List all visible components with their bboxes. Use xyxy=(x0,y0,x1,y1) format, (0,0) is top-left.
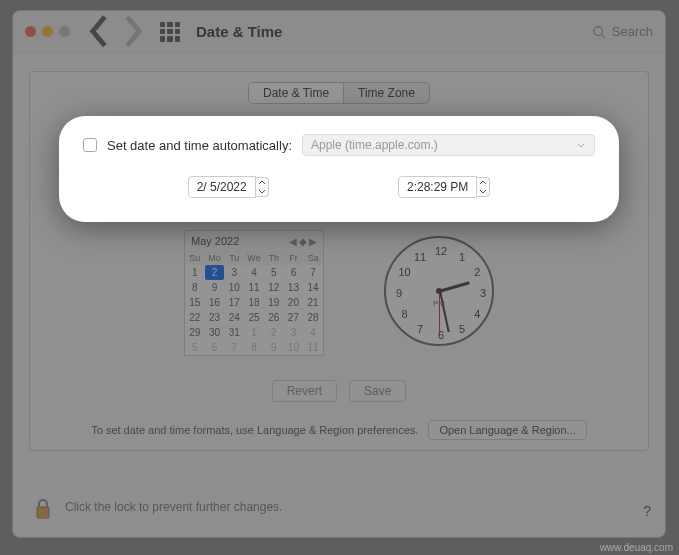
lock-icon[interactable] xyxy=(31,493,55,521)
calendar-day[interactable]: 19 xyxy=(264,295,284,310)
calendar-dow: Fr xyxy=(284,251,304,265)
open-language-region-button[interactable]: Open Language & Region... xyxy=(428,420,586,440)
second-hand xyxy=(439,291,440,335)
calendar-day[interactable]: 3 xyxy=(224,265,244,280)
preferences-window: Date & Time Search Date & Time Time Zone… xyxy=(12,10,666,538)
calendar-day[interactable]: 28 xyxy=(303,310,323,325)
clock-ampm: PM xyxy=(433,299,445,308)
clock-number: 9 xyxy=(396,287,402,299)
calendar-day[interactable]: 26 xyxy=(264,310,284,325)
back-button[interactable] xyxy=(88,20,112,44)
clock-number: 7 xyxy=(417,323,423,335)
clock-number: 2 xyxy=(474,266,480,278)
auto-time-checkbox[interactable] xyxy=(83,138,97,152)
clock-number: 12 xyxy=(435,245,447,257)
time-field[interactable]: 2:28:29 PM xyxy=(398,176,477,198)
chevron-down-icon xyxy=(576,140,586,150)
calendar-day[interactable]: 8 xyxy=(244,340,264,355)
calendar-day[interactable]: 1 xyxy=(244,325,264,340)
close-icon[interactable] xyxy=(25,26,36,37)
calendar-day[interactable]: 13 xyxy=(284,280,304,295)
calendar-day[interactable]: 11 xyxy=(303,340,323,355)
time-server-value: Apple (time.apple.com.) xyxy=(311,138,438,152)
save-button: Save xyxy=(349,380,406,402)
calendar-dow: Th xyxy=(264,251,284,265)
calendar-day[interactable]: 9 xyxy=(205,280,225,295)
cal-prev-icon[interactable]: ◀ xyxy=(289,236,297,247)
time-stepper-buttons[interactable] xyxy=(477,177,490,197)
calendar-day[interactable]: 23 xyxy=(205,310,225,325)
calendar-day[interactable]: 1 xyxy=(185,265,205,280)
cal-next-icon[interactable]: ▶ xyxy=(309,236,317,247)
calendar-widget[interactable]: May 2022 ◀ ◆ ▶ SuMoTuWeThFrSa12345678910… xyxy=(184,230,324,356)
calendar-day[interactable]: 9 xyxy=(264,340,284,355)
clock-number: 5 xyxy=(459,323,465,335)
calendar-day[interactable]: 17 xyxy=(224,295,244,310)
stepper-up-icon[interactable] xyxy=(477,178,489,187)
calendar-day[interactable]: 7 xyxy=(224,340,244,355)
calendar-day[interactable]: 7 xyxy=(303,265,323,280)
zoom-icon xyxy=(59,26,70,37)
time-stepper[interactable]: 2:28:29 PM xyxy=(398,176,490,198)
calendar-day[interactable]: 20 xyxy=(284,295,304,310)
minimize-icon[interactable] xyxy=(42,26,53,37)
tab-date-time[interactable]: Date & Time xyxy=(249,83,344,103)
clock-center xyxy=(436,288,442,294)
content-panel: Date & Time Time Zone Set date and time … xyxy=(29,71,649,451)
svg-line-1 xyxy=(601,34,605,38)
calendar-day[interactable]: 29 xyxy=(185,325,205,340)
lock-text: Click the lock to prevent further change… xyxy=(65,500,282,514)
stepper-down-icon[interactable] xyxy=(256,187,268,196)
highlighted-region: Set date and time automatically: Apple (… xyxy=(59,116,619,222)
search-field[interactable]: Search xyxy=(592,24,653,39)
calendar-day[interactable]: 22 xyxy=(185,310,205,325)
calendar-day[interactable]: 3 xyxy=(284,325,304,340)
calendar-day[interactable]: 15 xyxy=(185,295,205,310)
revert-button: Revert xyxy=(272,380,337,402)
date-stepper-buttons[interactable] xyxy=(256,177,269,197)
tab-time-zone[interactable]: Time Zone xyxy=(344,83,429,103)
stepper-down-icon[interactable] xyxy=(477,187,489,196)
calendar-day[interactable]: 4 xyxy=(244,265,264,280)
time-server-dropdown: Apple (time.apple.com.) xyxy=(302,134,595,156)
calendar-dow: We xyxy=(244,251,264,265)
forward-button xyxy=(120,20,144,44)
calendar-day[interactable]: 27 xyxy=(284,310,304,325)
calendar-day[interactable]: 12 xyxy=(264,280,284,295)
show-all-icon[interactable] xyxy=(160,22,180,42)
analog-clock[interactable]: 121234567891011 PM xyxy=(384,236,494,346)
calendar-day[interactable]: 6 xyxy=(284,265,304,280)
calendar-day[interactable]: 10 xyxy=(284,340,304,355)
calendar-day[interactable]: 31 xyxy=(224,325,244,340)
search-icon xyxy=(592,25,606,39)
date-stepper[interactable]: 2/ 5/2022 xyxy=(188,176,269,198)
watermark: www.deuaq.com xyxy=(600,542,673,553)
help-button[interactable]: ? xyxy=(643,503,651,519)
calendar-day[interactable]: 14 xyxy=(303,280,323,295)
calendar-dow: Tu xyxy=(224,251,244,265)
clock-number: 11 xyxy=(414,251,426,263)
calendar-day[interactable]: 4 xyxy=(303,325,323,340)
calendar-day[interactable]: 10 xyxy=(224,280,244,295)
calendar-day[interactable]: 5 xyxy=(185,340,205,355)
calendar-grid[interactable]: SuMoTuWeThFrSa12345678910111213141516171… xyxy=(185,251,323,355)
date-field[interactable]: 2/ 5/2022 xyxy=(188,176,256,198)
calendar-day[interactable]: 2 xyxy=(264,325,284,340)
calendar-day[interactable]: 6 xyxy=(205,340,225,355)
clock-number: 3 xyxy=(480,287,486,299)
calendar-day[interactable]: 21 xyxy=(303,295,323,310)
stepper-up-icon[interactable] xyxy=(256,178,268,187)
search-placeholder: Search xyxy=(612,24,653,39)
calendar-day[interactable]: 2 xyxy=(205,265,225,280)
calendar-day[interactable]: 8 xyxy=(185,280,205,295)
calendar-day[interactable]: 25 xyxy=(244,310,264,325)
calendar-day[interactable]: 18 xyxy=(244,295,264,310)
calendar-day[interactable]: 24 xyxy=(224,310,244,325)
cal-today-icon[interactable]: ◆ xyxy=(299,236,307,247)
calendar-day[interactable]: 5 xyxy=(264,265,284,280)
minute-hand xyxy=(439,291,450,332)
calendar-day[interactable]: 30 xyxy=(205,325,225,340)
calendar-day[interactable]: 11 xyxy=(244,280,264,295)
calendar-day[interactable]: 16 xyxy=(205,295,225,310)
hour-hand xyxy=(440,281,470,292)
